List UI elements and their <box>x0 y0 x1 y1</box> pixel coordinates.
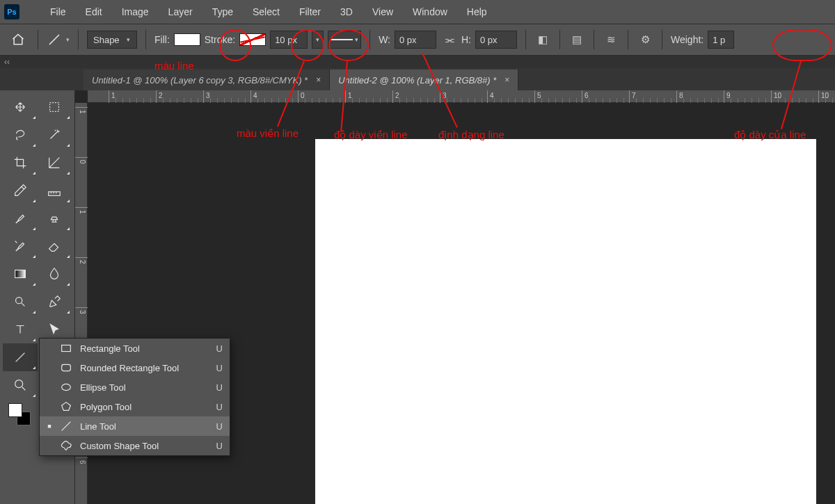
menu-view[interactable]: View <box>363 2 403 22</box>
stroke-swatch[interactable] <box>239 33 266 46</box>
svg-line-5 <box>15 353 24 362</box>
flyout-item-custom[interactable]: Custom Shape ToolU <box>40 436 230 455</box>
blur-tool[interactable] <box>38 260 72 288</box>
svg-rect-2 <box>49 192 61 196</box>
menu-help[interactable]: Help <box>457 2 497 22</box>
gradient-tool[interactable] <box>3 260 38 288</box>
crop-tool[interactable] <box>3 149 38 177</box>
slice-tool[interactable] <box>38 149 72 177</box>
ruler-tick: 0 <box>75 157 88 164</box>
stroke-width-input[interactable] <box>270 31 308 49</box>
flyout-label: Ellipse Tool <box>80 382 209 393</box>
lasso-tool[interactable] <box>3 121 38 149</box>
ruler-tick: 7 <box>629 90 636 103</box>
align-icon[interactable]: ▤ <box>568 33 585 46</box>
shape-tool-flyout: Rectangle ToolURounded Rectangle ToolUEl… <box>39 338 230 456</box>
arrange-icon[interactable]: ≋ <box>603 33 619 46</box>
ruler-tick: 10 <box>818 90 829 103</box>
fgbg-swatch[interactable] <box>3 399 38 427</box>
stroke-style-dropdown[interactable]: ▾ <box>328 31 361 49</box>
fill-label: Fill: <box>154 34 170 45</box>
fill-swatch[interactable] <box>174 33 200 46</box>
svg-line-12 <box>62 422 71 431</box>
flyout-label: Custom Shape Tool <box>80 441 209 451</box>
flyout-shortcut: U <box>216 441 223 451</box>
height-input[interactable] <box>475 31 517 49</box>
separator <box>594 30 594 49</box>
dodge-tool[interactable] <box>3 288 38 316</box>
line-tool-icon <box>47 32 62 47</box>
ruler-tick: 5 <box>534 90 541 103</box>
menu-select[interactable]: Select <box>243 2 289 22</box>
menu-layer[interactable]: Layer <box>159 2 202 22</box>
flyout-label: Rounded Rectangle Tool <box>80 363 209 373</box>
ruler-tick: 1 <box>345 90 352 103</box>
rrect-icon <box>59 361 73 375</box>
type-tool[interactable] <box>3 316 38 343</box>
ruler-tick: 6 <box>582 90 589 103</box>
svg-rect-1 <box>50 103 59 112</box>
svg-point-11 <box>62 384 71 390</box>
flyout-shortcut: U <box>216 382 223 393</box>
tool-preset-chevron-icon[interactable]: ▾ <box>66 36 70 43</box>
separator <box>559 30 560 49</box>
menu-type[interactable]: Type <box>202 2 243 22</box>
flyout-item-ellipse[interactable]: Ellipse ToolU <box>40 377 230 397</box>
pen-tool[interactable] <box>38 288 72 316</box>
weight-label: Weight: <box>671 34 703 45</box>
flyout-label: Polygon Tool <box>80 402 209 412</box>
weight-input[interactable] <box>708 31 734 49</box>
options-bar: ▾ Shape▾ Fill: Stroke: ▾ ▾ W: ⫘ H: ◧ ▤ ≋… <box>0 24 835 56</box>
flyout-item-line[interactable]: ■Line ToolU <box>40 416 230 436</box>
ruler-tick: 10 <box>771 90 781 103</box>
separator <box>38 30 38 49</box>
menu-window[interactable]: Window <box>403 2 457 22</box>
history-brush-tool[interactable] <box>3 232 38 260</box>
menu-bar: Ps FileEditImageLayerTypeSelectFilter3DV… <box>0 0 835 24</box>
menu-image[interactable]: Image <box>112 2 159 22</box>
width-input[interactable] <box>395 31 436 49</box>
flyout-item-rect[interactable]: Rectangle ToolU <box>40 339 230 358</box>
home-icon[interactable] <box>7 29 29 50</box>
flyout-item-poly[interactable]: Polygon ToolU <box>40 397 230 416</box>
menu-filter[interactable]: Filter <box>289 2 331 22</box>
flyout-item-rrect[interactable]: Rounded Rectangle ToolU <box>40 358 230 377</box>
link-wh-icon[interactable]: ⫘ <box>440 34 457 46</box>
eraser-tool[interactable] <box>38 232 72 260</box>
svg-point-4 <box>15 298 22 304</box>
move-tool[interactable] <box>3 93 38 121</box>
close-icon[interactable]: × <box>504 75 509 85</box>
menu-3d[interactable]: 3D <box>331 2 363 22</box>
zoom-tool[interactable] <box>3 371 38 399</box>
separator <box>662 30 662 49</box>
marquee-tool[interactable] <box>38 93 72 121</box>
eyedropper-tool[interactable] <box>3 177 38 204</box>
brush-tool[interactable] <box>3 204 38 232</box>
panel-collapse-strip[interactable]: ‹‹ <box>0 56 835 68</box>
menu-file[interactable]: File <box>40 2 76 22</box>
path-ops-icon[interactable]: ◧ <box>534 33 551 46</box>
flyout-shortcut: U <box>216 402 223 412</box>
stamp-tool[interactable] <box>38 204 72 232</box>
line-tool[interactable] <box>3 343 38 371</box>
height-label: H: <box>461 34 471 45</box>
canvas[interactable] <box>315 139 816 504</box>
ruler-tick: 6 <box>75 457 88 464</box>
ruler-tool[interactable] <box>38 177 72 204</box>
stroke-label: Stroke: <box>205 34 235 45</box>
separator <box>628 30 628 49</box>
document-tab[interactable]: Untitled-2 @ 100% (Layer 1, RGB/8#) *× <box>330 70 518 90</box>
gear-icon[interactable]: ⚙ <box>637 33 653 46</box>
close-icon[interactable]: × <box>316 75 321 85</box>
stroke-width-chevron[interactable]: ▾ <box>312 31 324 49</box>
custom-icon <box>59 439 73 453</box>
tool-mode-dropdown[interactable]: Shape▾ <box>87 31 137 49</box>
magic-wand-tool[interactable] <box>38 121 72 149</box>
svg-line-0 <box>49 35 59 44</box>
menu-edit[interactable]: Edit <box>76 2 112 22</box>
app-logo: Ps <box>4 4 19 19</box>
ruler-tick: 3 <box>203 90 210 103</box>
ruler-tick: 1 <box>109 90 116 103</box>
ruler-tick: 2 <box>75 257 88 264</box>
ruler-tick: 8 <box>676 90 683 103</box>
